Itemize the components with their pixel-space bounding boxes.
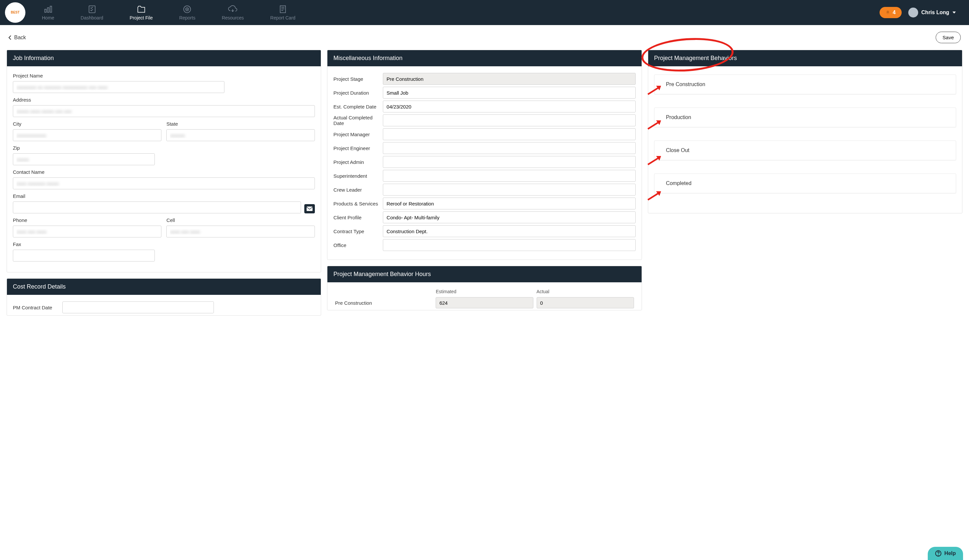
client-profile-input[interactable] [383, 211, 635, 223]
address-label: Address [13, 97, 315, 103]
contract-type-input[interactable] [383, 225, 635, 237]
chevron-down-icon [952, 12, 956, 13]
nav-item-project-file[interactable]: Project File [117, 1, 166, 24]
misc-label: Project Duration [333, 90, 380, 96]
city-input[interactable] [13, 129, 162, 141]
nav-label: Resources [222, 15, 244, 20]
behavior-production[interactable]: Production [654, 108, 956, 127]
project-duration-input[interactable] [383, 87, 635, 99]
avatar [908, 8, 918, 17]
svg-rect-8 [306, 206, 313, 211]
notification-badge[interactable]: 4 [879, 7, 902, 18]
card-header: Miscellaneous Information [327, 50, 641, 66]
nav-label: Dashboard [80, 15, 103, 20]
estimated-input[interactable] [436, 297, 533, 308]
est-complete-date-input[interactable] [383, 101, 635, 113]
misc-label: Client Profile [333, 215, 380, 220]
city-label: City [13, 121, 162, 126]
misc-label: Crew Leader [333, 187, 380, 193]
bar-chart-icon [43, 5, 53, 14]
receipt-icon [278, 5, 288, 14]
miscellaneous-information-card: Miscellaneous Information Project Stage … [327, 50, 642, 260]
bell-icon [886, 10, 890, 15]
envelope-icon [306, 206, 313, 211]
pm-behavior-hours-card: Project Management Behavior Hours Estima… [327, 266, 642, 310]
address-input[interactable] [13, 105, 315, 117]
misc-label: Project Manager [333, 131, 380, 137]
notification-count: 4 [893, 10, 896, 15]
pm-contract-date-input[interactable] [62, 301, 214, 313]
svg-point-4 [184, 6, 191, 13]
behavior-close-out[interactable]: Close Out [654, 141, 956, 160]
logo[interactable]: BEST [5, 2, 25, 23]
misc-label: Project Admin [333, 159, 380, 165]
phone-input[interactable] [13, 226, 162, 238]
hours-row-label: Pre Construction [335, 300, 432, 306]
email-input[interactable] [13, 201, 301, 213]
actual-input[interactable] [537, 297, 634, 308]
cell-input[interactable] [166, 226, 315, 238]
misc-label: Project Engineer [333, 145, 380, 151]
svg-rect-1 [47, 8, 49, 12]
svg-rect-2 [50, 6, 52, 13]
zip-input[interactable] [13, 153, 155, 165]
cell-label: Cell [166, 217, 315, 223]
email-send-button[interactable] [304, 204, 315, 213]
misc-label: Project Stage [333, 76, 380, 82]
contact-name-label: Contact Name [13, 169, 315, 175]
superintendent-input[interactable] [383, 170, 635, 182]
project-manager-input[interactable] [383, 128, 635, 140]
svg-rect-7 [280, 6, 285, 13]
project-engineer-input[interactable] [383, 142, 635, 154]
project-name-input[interactable] [13, 81, 225, 93]
svg-point-6 [187, 9, 188, 10]
misc-label: Products & Services [333, 201, 380, 206]
nav-item-reports[interactable]: Reports [166, 1, 208, 24]
app-header: BEST Home Dashboard Project File Reports… [0, 0, 969, 25]
pm-behaviors-card: Project Management Behaviors Pre Constru… [648, 50, 962, 213]
project-admin-input[interactable] [383, 156, 635, 168]
misc-label: Contract Type [333, 229, 380, 234]
office-input[interactable] [383, 239, 635, 251]
behavior-pre-construction[interactable]: Pre Construction [654, 75, 956, 94]
folder-icon [137, 5, 146, 14]
actual-completed-date-input[interactable] [383, 115, 635, 126]
card-header: Job Information [7, 50, 321, 66]
misc-label: Office [333, 243, 380, 248]
fax-input[interactable] [13, 250, 155, 261]
project-stage-input[interactable] [383, 73, 635, 85]
state-input[interactable] [166, 129, 315, 141]
back-link[interactable]: Back [8, 35, 26, 41]
clipboard-check-icon [87, 5, 97, 14]
misc-label: Superintendent [333, 173, 380, 179]
nav-item-resources[interactable]: Resources [208, 1, 257, 24]
card-header: Project Management Behavior Hours [327, 266, 641, 282]
cost-record-details-card: Cost Record Details PM Contract Date [7, 278, 321, 316]
nav-label: Home [42, 15, 54, 20]
nav-label: Project File [130, 15, 153, 20]
user-name: Chris Long [921, 10, 949, 15]
job-information-card: Job Information Project Name Address Cit… [7, 50, 321, 273]
user-menu[interactable]: Chris Long [908, 8, 956, 17]
save-button[interactable]: Save [936, 32, 961, 43]
svg-rect-3 [89, 6, 95, 13]
behavior-completed[interactable]: Completed [654, 173, 956, 193]
contact-name-input[interactable] [13, 178, 315, 189]
svg-point-5 [186, 8, 189, 10]
card-header: Project Management Behaviors [648, 50, 962, 66]
products-services-input[interactable] [383, 198, 635, 209]
card-header: Cost Record Details [7, 279, 321, 295]
nav-item-dashboard[interactable]: Dashboard [67, 1, 117, 24]
crew-leader-input[interactable] [383, 184, 635, 196]
misc-label: Est. Complete Date [333, 104, 380, 110]
cloud-download-icon [228, 5, 237, 14]
phone-label: Phone [13, 217, 162, 223]
nav-label: Report Card [270, 15, 295, 20]
nav-item-home[interactable]: Home [29, 1, 67, 24]
nav-item-report-card[interactable]: Report Card [257, 1, 309, 24]
estimated-header: Estimated [436, 289, 533, 294]
email-label: Email [13, 193, 315, 199]
chevron-left-icon [8, 35, 12, 40]
pm-contract-date-label: PM Contract Date [13, 305, 59, 310]
misc-label: Actual Completed Date [333, 115, 380, 126]
